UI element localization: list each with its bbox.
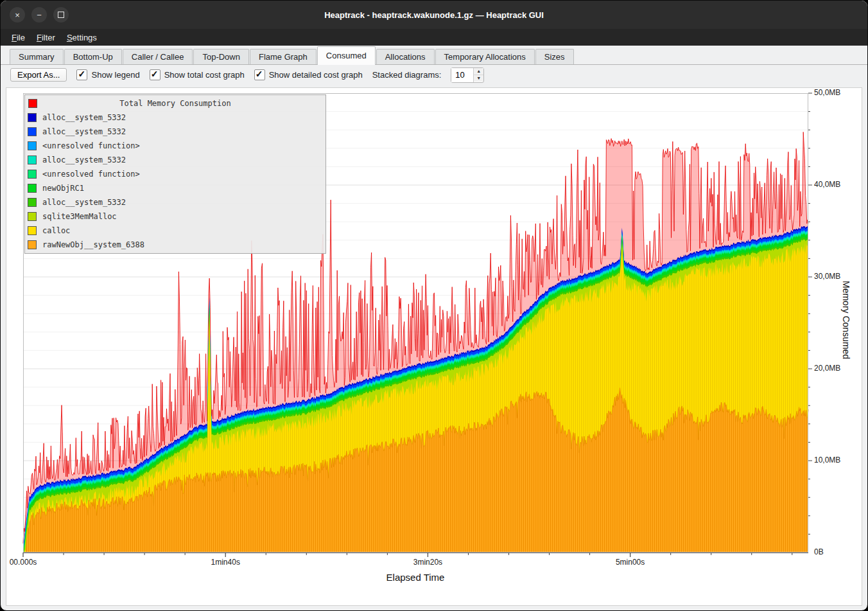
chart-container: Total Memory Consumption alloc__system_5… <box>6 87 862 606</box>
tab-flame-graph[interactable]: Flame Graph <box>250 49 317 64</box>
menu-file[interactable]: File <box>6 31 31 44</box>
minimize-icon: − <box>37 10 42 20</box>
x-tick-label: 3min20s <box>413 558 442 567</box>
checkbox-show-detailed-cost-graph[interactable]: Show detailed cost graph <box>254 69 363 80</box>
legend-item: sqlite3MemMalloc <box>28 209 323 224</box>
x-axis-title: Elapsed Time <box>386 572 445 583</box>
y-tick-label: 10,0MB <box>814 456 840 465</box>
legend-title-row: Total Memory Consumption <box>28 96 323 111</box>
titlebar: × − Heaptrack - heaptrack.wakunode.1.gz … <box>1 1 867 29</box>
chart-page: Total Memory Consumption alloc__system_5… <box>1 85 867 611</box>
show-detailed-cost-checkbox-icon[interactable] <box>254 69 265 80</box>
y-tick-label: 0B <box>814 547 824 556</box>
legend-total-swatch <box>28 99 37 108</box>
legend-swatch <box>28 226 37 235</box>
legend-swatch <box>28 113 37 122</box>
tab-bottom-up[interactable]: Bottom-Up <box>64 49 122 64</box>
legend-item-label: newObjRC1 <box>42 184 84 193</box>
show-detailed-cost-label: Show detailed cost graph <box>269 70 363 80</box>
show-legend-checkbox-icon[interactable] <box>76 69 87 80</box>
tab-caller-callee[interactable]: Caller / Callee <box>123 49 193 64</box>
legend: Total Memory Consumption alloc__system_5… <box>24 94 326 254</box>
legend-item-label: sqlite3MemMalloc <box>42 212 117 221</box>
legend-item: <unresolved function> <box>28 167 323 181</box>
legend-swatch <box>28 127 37 136</box>
export-as-button[interactable]: Export As... <box>10 68 67 82</box>
stacked-diagrams-input[interactable] <box>451 68 473 82</box>
legend-item-label: <unresolved function> <box>42 170 140 179</box>
heaptrack-window: × − Heaptrack - heaptrack.wakunode.1.gz … <box>0 0 868 611</box>
menu-settings[interactable]: Settings <box>61 31 103 44</box>
stacked-diagrams-label: Stacked diagrams: <box>372 70 442 80</box>
legend-item: alloc__system_5332 <box>28 125 323 139</box>
tab-summary[interactable]: Summary <box>10 49 64 64</box>
window-title: Heaptrack - heaptrack.wakunode.1.gz — He… <box>1 10 867 20</box>
legend-rows: alloc__system_5332alloc__system_5332<unr… <box>28 111 323 252</box>
legend-item-label: alloc__system_5332 <box>42 127 126 136</box>
legend-item-label: alloc__system_5332 <box>42 113 126 122</box>
checkbox-show-legend[interactable]: Show legend <box>76 69 139 80</box>
toolbar: Export As... Show legend Show total cost… <box>1 65 867 85</box>
x-tick-label: 1min40s <box>211 558 240 567</box>
y-tick-label: 50,0MB <box>814 88 840 97</box>
show-legend-label: Show legend <box>91 70 139 80</box>
menubar: File Filter Settings <box>1 29 867 46</box>
legend-item-label: <unresolved function> <box>42 141 140 150</box>
maximize-icon <box>58 12 64 18</box>
menu-filter[interactable]: Filter <box>31 31 61 44</box>
show-total-cost-checkbox-icon[interactable] <box>150 69 161 80</box>
y-tick-label: 20,0MB <box>814 364 840 373</box>
checkbox-show-total-cost-graph[interactable]: Show total cost graph <box>150 69 245 80</box>
legend-item: newObjRC1 <box>28 181 323 195</box>
tab-consumed[interactable]: Consumed <box>317 46 376 65</box>
close-icon: × <box>15 10 20 20</box>
tab-sizes[interactable]: Sizes <box>535 49 574 64</box>
tabbar: Summary Bottom-Up Caller / Callee Top-Do… <box>1 46 867 65</box>
stacked-diagrams-spinbox[interactable]: ▲ ▼ <box>451 67 484 83</box>
legend-swatch <box>28 240 37 249</box>
legend-item: calloc <box>28 224 323 238</box>
legend-swatch <box>28 212 37 221</box>
x-tick-label: 00.000s <box>10 558 37 567</box>
legend-item: alloc__system_5332 <box>28 153 323 167</box>
legend-item-label: alloc__system_5332 <box>42 155 126 164</box>
spin-buttons: ▲ ▼ <box>473 68 483 82</box>
legend-swatch <box>28 141 37 150</box>
minimize-button[interactable]: − <box>31 7 47 22</box>
legend-swatch <box>28 155 37 164</box>
y-axis-title: Memory Consumed <box>841 281 851 359</box>
legend-item-label: calloc <box>42 226 70 235</box>
legend-title: Total Memory Consumption <box>119 99 230 108</box>
legend-item: alloc__system_5332 <box>28 111 323 125</box>
y-tick-label: 40,0MB <box>814 180 840 189</box>
legend-item: <unresolved function> <box>28 139 323 153</box>
legend-item-label: rawNewObj__system_6388 <box>42 240 144 249</box>
legend-item: rawNewObj__system_6388 <box>28 238 323 252</box>
maximize-button[interactable] <box>53 7 69 22</box>
legend-item: alloc__system_5332 <box>28 195 323 209</box>
legend-item-label: alloc__system_5332 <box>42 198 126 207</box>
y-tick-label: 30,0MB <box>814 272 840 281</box>
tab-temporary-allocations[interactable]: Temporary Allocations <box>435 49 535 64</box>
legend-swatch <box>28 198 37 207</box>
legend-swatch <box>28 170 37 179</box>
spin-up-icon[interactable]: ▲ <box>474 68 483 75</box>
show-total-cost-label: Show total cost graph <box>164 70 245 80</box>
spin-down-icon[interactable]: ▼ <box>474 75 483 82</box>
tab-top-down[interactable]: Top-Down <box>193 49 249 64</box>
window-controls: × − <box>10 7 69 22</box>
legend-swatch <box>28 184 37 193</box>
close-button[interactable]: × <box>10 7 25 22</box>
x-tick-label: 5min00s <box>616 558 645 567</box>
tab-allocations[interactable]: Allocations <box>376 49 435 64</box>
